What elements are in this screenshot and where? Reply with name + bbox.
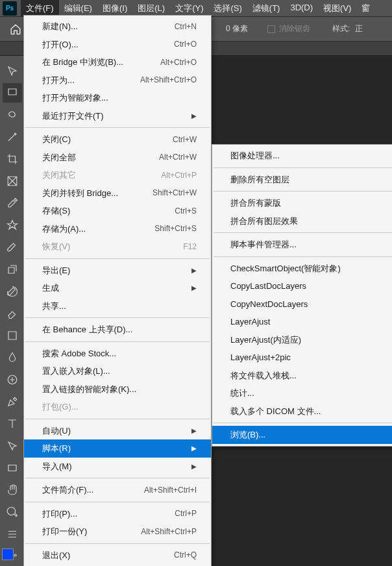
menubar-item-4[interactable]: 文字(Y)	[170, 0, 208, 17]
file-menu-item-32[interactable]: 打印(P)...Ctrl+P	[24, 505, 211, 523]
tool-frame[interactable]	[3, 171, 22, 191]
script-submenu-item-label: 删除所有空图层	[230, 173, 289, 186]
file-menu-item-15[interactable]: 导出(E)▶	[24, 262, 211, 280]
script-submenu-item-2[interactable]: 删除所有空图层	[212, 171, 392, 189]
file-menu-item-shortcut: Shift+Ctrl+S	[154, 223, 197, 234]
script-submenu-item-12[interactable]: LayerAjust	[212, 313, 392, 331]
file-menu-item-11[interactable]: 存储(S)Ctrl+S	[24, 202, 211, 220]
script-submenu-item-11[interactable]: CopyNextDocLayers	[212, 295, 392, 314]
file-menu-item-label: 在 Bridge 中浏览(B)...	[42, 56, 123, 69]
tool-eraser[interactable]	[3, 304, 22, 323]
file-menu-item-26[interactable]: 自动(U)▶	[24, 422, 211, 440]
file-menu-separator	[25, 543, 210, 544]
tool-hand[interactable]	[3, 480, 22, 500]
file-menu-item-shortcut: Ctrl+S	[175, 205, 197, 217]
script-submenu-item-0[interactable]: 图像处理器...	[212, 147, 392, 165]
tool-pen[interactable]	[3, 392, 22, 412]
script-submenu-item-13[interactable]: LayerAjust(内适应)	[212, 331, 392, 349]
file-menu-item-30[interactable]: 文件简介(F)...Alt+Shift+Ctrl+I	[24, 481, 211, 499]
submenu-arrow-icon: ▶	[191, 426, 197, 436]
script-submenu-item-17[interactable]: 载入多个 DICOM 文件...	[212, 402, 392, 421]
script-submenu-item-4[interactable]: 拼合所有蒙版	[212, 194, 392, 212]
file-menu-item-10[interactable]: 关闭并转到 Bridge...Shift+Ctrl+W	[24, 184, 211, 203]
script-submenu-item-9[interactable]: CheckSmartObject(智能对象)	[212, 260, 392, 278]
file-menu-item-35[interactable]: 退出(X)Ctrl+Q	[24, 547, 211, 565]
menubar-item-3[interactable]: 图层(L)	[132, 0, 170, 17]
file-menu-item-label: 恢复(V)	[42, 240, 70, 253]
tool-lasso[interactable]	[3, 105, 22, 125]
script-submenu-item-label: LayerAjust+2pic	[230, 351, 291, 364]
menubar-item-6[interactable]: 滤镜(T)	[247, 0, 286, 17]
file-menu-item-4[interactable]: 打开为智能对象...	[24, 89, 211, 107]
script-submenu-item-10[interactable]: CopyLastDocLayers	[212, 277, 392, 295]
tool-path-select[interactable]	[3, 436, 22, 456]
script-submenu-item-16[interactable]: 统计...	[212, 384, 392, 402]
menubar-item-5[interactable]: 选择(S)	[208, 0, 247, 17]
tool-move[interactable]	[3, 61, 22, 80]
script-submenu-item-label: 图像处理器...	[230, 149, 280, 162]
menubar-item-8[interactable]: 视图(V)	[318, 0, 356, 17]
tool-eyedropper[interactable]	[3, 193, 22, 213]
tool-healing[interactable]	[3, 215, 22, 235]
file-menu-item-7[interactable]: 关闭(C)Ctrl+W	[24, 130, 211, 149]
file-menu-item-22[interactable]: 置入嵌入对象(L)...	[24, 362, 211, 380]
file-menu-item-0[interactable]: 新建(N)...Ctrl+N	[24, 18, 211, 36]
file-menu-item-5[interactable]: 最近打开文件(T)▶	[24, 107, 211, 125]
file-menu-item-label: 打开为智能对象...	[42, 92, 108, 105]
tool-gradient[interactable]	[3, 326, 22, 345]
file-menu-item-27[interactable]: 脚本(R)▶	[24, 439, 211, 458]
script-submenu-item-14[interactable]: LayerAjust+2pic	[212, 349, 392, 367]
file-menu-separator	[25, 341, 210, 342]
script-submenu-item-15[interactable]: 将文件载入堆栈...	[212, 367, 392, 385]
script-submenu-separator	[214, 167, 392, 168]
tool-zoom[interactable]	[3, 502, 22, 522]
file-menu-item-3[interactable]: 打开为...Alt+Shift+Ctrl+O	[24, 71, 211, 90]
file-menu-item-23[interactable]: 置入链接的智能对象(K)...	[24, 380, 211, 399]
tool-dodge[interactable]	[3, 370, 22, 389]
file-menu-item-12[interactable]: 存储为(A)...Shift+Ctrl+S	[24, 220, 211, 238]
script-submenu-item-label: CheckSmartObject(智能对象)	[230, 262, 341, 275]
tool-type[interactable]	[3, 414, 22, 434]
menubar-item-0[interactable]: 文件(F)	[21, 0, 59, 17]
tool-brush[interactable]	[3, 238, 22, 257]
file-menu-item-8[interactable]: 关闭全部Alt+Ctrl+W	[24, 149, 211, 167]
script-submenu-separator	[214, 423, 392, 423]
file-menu-item-shortcut: Alt+Shift+Ctrl+P	[141, 526, 197, 537]
home-icon[interactable]	[6, 20, 25, 38]
tool-edit-toolbar[interactable]	[3, 524, 22, 544]
tool-crop[interactable]	[3, 149, 22, 169]
script-submenu-item-7[interactable]: 脚本事件管理器...	[212, 236, 392, 254]
file-menu-item-21[interactable]: 搜索 Adobe Stock...	[24, 345, 211, 363]
file-menu-item-label: 自动(U)	[42, 425, 71, 437]
tool-history-brush[interactable]	[3, 282, 22, 301]
script-submenu-item-19[interactable]: 浏览(B)...	[212, 426, 392, 444]
tool-rectangle[interactable]	[3, 458, 22, 478]
file-menu-item-label: 共享...	[42, 300, 66, 313]
file-menu-item-33[interactable]: 打印一份(Y)Alt+Shift+Ctrl+P	[24, 523, 211, 541]
file-menu-item-16[interactable]: 生成▶	[24, 279, 211, 297]
file-menu-item-label: 新建(N)...	[42, 20, 78, 33]
file-menu-item-label: 关闭其它	[42, 169, 76, 182]
tool-magic-wand[interactable]	[3, 127, 22, 147]
file-menu-item-19[interactable]: 在 Behance 上共享(D)...	[24, 321, 211, 339]
menubar-item-1[interactable]: 编辑(E)	[59, 0, 97, 17]
menubar-item-7[interactable]: 3D(D)	[285, 0, 318, 17]
tool-blur[interactable]	[3, 348, 22, 367]
script-submenu-item-label: LayerAjust	[230, 315, 270, 328]
file-menu-item-label: 关闭并转到 Bridge...	[42, 187, 118, 200]
tool-clone[interactable]	[3, 260, 22, 279]
file-menu-item-28[interactable]: 导入(M)▶	[24, 458, 211, 476]
tool-marquee[interactable]	[3, 83, 22, 103]
file-menu-item-1[interactable]: 打开(O)...Ctrl+O	[24, 36, 211, 54]
foreground-color[interactable]	[2, 548, 14, 560]
script-submenu-item-5[interactable]: 拼合所有图层效果	[212, 212, 392, 230]
file-menu-item-label: 脚本(R)	[42, 442, 71, 455]
menubar-item-2[interactable]: 图像(I)	[97, 0, 132, 17]
antialias-checkbox[interactable]	[267, 25, 275, 33]
menubar-item-9[interactable]: 窗	[356, 0, 375, 17]
script-submenu-separator	[214, 232, 392, 233]
file-menu-item-17[interactable]: 共享...	[24, 297, 211, 315]
script-submenu-dropdown: 图像处理器...删除所有空图层拼合所有蒙版拼合所有图层效果脚本事件管理器...C…	[212, 144, 392, 447]
color-swatches[interactable]	[2, 545, 21, 564]
file-menu-item-2[interactable]: 在 Bridge 中浏览(B)...Alt+Ctrl+O	[24, 53, 211, 71]
